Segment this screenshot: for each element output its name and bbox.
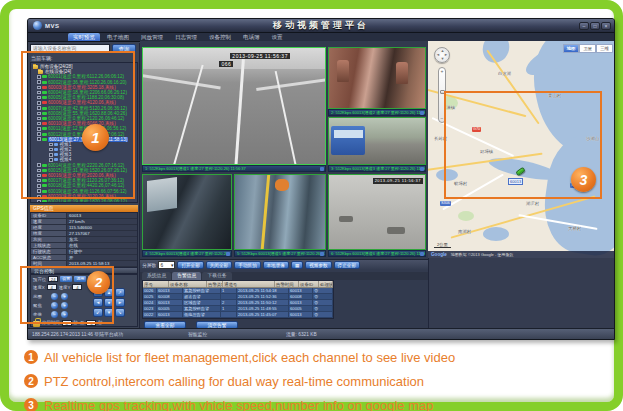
zoom-out-icon[interactable]: −	[439, 115, 445, 122]
map-type-button[interactable]: 卫星	[579, 44, 596, 53]
split-select[interactable]: 6 ▾	[158, 261, 175, 269]
stream-icon[interactable]	[420, 111, 424, 115]
toolbar-button[interactable]: 停止全部	[334, 261, 360, 269]
window-control-button[interactable]: –	[579, 22, 589, 30]
menu-tab[interactable]: 日志管理	[170, 33, 202, 41]
toolbar-button[interactable]: 关闭全部	[206, 261, 232, 269]
video-status-bar: 5: 512Kbps 60013(通道5 速度:27 里程:1120.26) 1…	[234, 250, 326, 257]
alarm-header-cell: 序号	[143, 281, 169, 287]
alarm-table: 序号设备名称告警类型通道号告警时间设备ID处理状态 0026 60013 紧急按…	[142, 280, 334, 319]
checkbox-icon[interactable]	[37, 112, 41, 116]
preset-set-button[interactable]: 设置	[60, 276, 72, 282]
checkbox-icon[interactable]	[37, 101, 41, 105]
stream-icon[interactable]	[420, 252, 424, 256]
ptz-direction-button[interactable]: ↗	[115, 288, 125, 297]
checkbox-icon[interactable]	[37, 163, 41, 167]
window-control-button[interactable]: ×	[601, 22, 611, 30]
checkbox-icon[interactable]	[37, 200, 41, 203]
minus-button[interactable]: −	[51, 302, 58, 309]
gps-map[interactable]: 新港镇白水湖姑塘镇蛟塘村青山村沙湖山湖滨村南湖村大桥村长岭村 G70S212S3…	[428, 41, 615, 258]
toolbar-button[interactable]: 打开全部	[177, 261, 203, 269]
pan-left-icon[interactable]: ◄	[436, 53, 440, 57]
checkbox-icon[interactable]	[49, 143, 53, 147]
map-pan-control[interactable]: ▲ ▼ ◄ ►	[434, 47, 450, 63]
dwell-value-2[interactable]: 5	[86, 320, 96, 326]
ptz-direction-button[interactable]: ↘	[115, 308, 125, 317]
split-label: 分屏数	[142, 262, 156, 268]
ptz-direction-button[interactable]: ↙	[93, 308, 103, 317]
video-channel-2[interactable]	[328, 47, 426, 109]
checkbox-icon[interactable]	[37, 137, 41, 141]
video-channel-3[interactable]	[328, 117, 426, 165]
checkbox-icon[interactable]	[37, 75, 41, 79]
map-type-button[interactable]: 三维	[596, 44, 613, 53]
checkbox-icon[interactable]	[37, 86, 41, 90]
info-tab[interactable]: 系统信息	[142, 272, 171, 280]
pan-right-icon[interactable]: ►	[444, 53, 448, 57]
ptz-direction-button[interactable]: ◄	[93, 298, 103, 307]
checkbox-icon[interactable]	[49, 148, 53, 152]
alarm-table-row[interactable]: 0022 60013 低电压告警 2013-09-25 11:45:07 600…	[143, 312, 333, 318]
speed-y-value[interactable]: 4	[72, 284, 82, 290]
toolbar-button[interactable]: ▦	[291, 261, 303, 269]
menu-tab[interactable]: 实时预览	[68, 33, 100, 41]
checkbox-icon[interactable]	[37, 96, 41, 100]
window-control-button[interactable]: □	[590, 22, 600, 30]
video-channel-6[interactable]: 2013-09-25 11:56:37	[328, 174, 426, 250]
checkbox-icon[interactable]	[37, 179, 41, 183]
map-type-button[interactable]: 地图	[563, 44, 580, 53]
zoom-in-icon[interactable]: +	[439, 68, 445, 75]
search-input[interactable]	[30, 44, 110, 53]
checkbox-icon[interactable]	[37, 189, 41, 193]
speed-x-value[interactable]: 4	[47, 284, 57, 290]
info-tab[interactable]: 下载任务	[202, 272, 231, 280]
dwell-value-1[interactable]: 4	[62, 320, 72, 326]
checkbox-icon[interactable]	[37, 169, 41, 173]
checkbox-icon[interactable]	[37, 195, 41, 199]
menu-tab[interactable]: 回放管理	[136, 33, 168, 41]
checkbox-icon[interactable]	[37, 174, 41, 178]
stream-icon[interactable]	[320, 167, 324, 171]
video-channel-1[interactable]: 2013-09-25 11:56:37 066	[142, 47, 326, 165]
menu-tab[interactable]: 设置	[267, 33, 288, 41]
plus-button[interactable]: +	[61, 311, 68, 318]
checkbox-icon[interactable]	[37, 117, 41, 121]
tree-vehicle-item[interactable]: 60021(速度:19,里程:1820.26,08:06:12)	[32, 199, 136, 203]
map-zoom-slider[interactable]: + −	[438, 67, 446, 123]
zoom-slider-handle[interactable]	[440, 90, 445, 94]
ptz-direction-button[interactable]: ▼	[104, 308, 114, 317]
pan-down-icon[interactable]: ▼	[441, 57, 445, 61]
toolbar-button[interactable]: 本地录像	[263, 261, 289, 269]
alarm-table-header: 序号设备名称告警类型通道号告警时间设备ID处理状态	[143, 281, 333, 288]
info-tab[interactable]: 告警信息	[172, 272, 201, 280]
plus-button[interactable]: +	[61, 293, 68, 300]
checkbox-icon[interactable]	[37, 91, 41, 95]
ptz-direction-button[interactable]: ►	[115, 298, 125, 307]
ptz-direction-button[interactable]: ●	[104, 298, 114, 307]
checkbox-icon[interactable]	[37, 122, 41, 126]
checkbox-icon[interactable]	[49, 153, 53, 157]
checkbox-icon[interactable]	[37, 184, 41, 188]
minus-button[interactable]: −	[51, 293, 58, 300]
video-channel-5[interactable]	[234, 174, 326, 250]
checkbox-icon[interactable]	[37, 127, 41, 131]
stream-icon[interactable]	[226, 252, 230, 256]
toolbar-button[interactable]: 手动抓拍	[234, 261, 260, 269]
checkbox-icon[interactable]	[37, 132, 41, 136]
preset-value[interactable]: 24	[48, 276, 58, 282]
preset-call-button[interactable]: 调用	[74, 276, 86, 282]
checkbox-icon[interactable]	[37, 80, 41, 84]
video-channel-4[interactable]	[142, 174, 232, 250]
checkbox-icon[interactable]	[37, 106, 41, 110]
stream-icon[interactable]	[420, 167, 424, 171]
minus-button[interactable]: −	[51, 311, 58, 318]
checkbox-icon[interactable]	[49, 158, 53, 162]
menu-tab[interactable]: 设备控制	[204, 33, 236, 41]
stream-icon[interactable]	[320, 252, 324, 256]
plus-button[interactable]: +	[61, 302, 68, 309]
search-button[interactable]: 查询	[112, 44, 136, 53]
menu-tab[interactable]: 电话簿	[238, 33, 265, 41]
toolbar-button[interactable]: 视频参数	[305, 261, 331, 269]
menu-tab[interactable]: 电子地图	[102, 33, 134, 41]
lock-icon[interactable]	[33, 321, 40, 327]
